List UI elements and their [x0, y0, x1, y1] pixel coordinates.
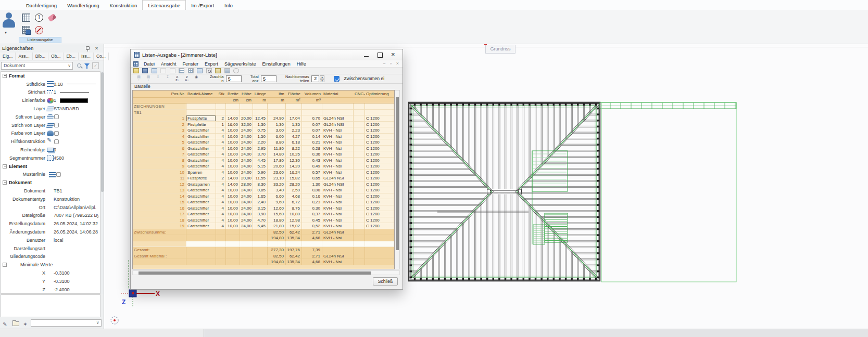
- minimize-button[interactable]: [360, 49, 373, 60]
- eraser-icon[interactable]: [47, 14, 56, 22]
- table-row[interactable]: 8Gratschifter410,0024,004,4517,8012,300,…: [133, 158, 394, 164]
- property-row[interactable]: Format: [1, 72, 100, 80]
- table-row[interactable]: 194,80135,344,68KVH - Nsi: [133, 259, 394, 265]
- table-row[interactable]: ZEICHNUNGEN: [133, 103, 394, 110]
- avatar-dropdown-icon[interactable]: ▾: [5, 30, 7, 35]
- property-control[interactable]: [54, 131, 59, 136]
- property-row[interactable]: Benutzer local: [1, 236, 100, 244]
- scrollbar-thumb[interactable]: [396, 97, 399, 250]
- panel-tab[interactable]: Ob...: [48, 53, 64, 60]
- table-row[interactable]: 18Gratschifter410,0024,004,7018,8012,980…: [133, 217, 394, 224]
- property-row[interactable]: Änderungsdatum 26.05.2024, 14:06:28: [1, 228, 100, 236]
- jump-icon[interactable]: ◉: [193, 75, 199, 82]
- table-row[interactable]: TB1: [133, 110, 394, 116]
- view-tab-grundriss[interactable]: Grundriss: [485, 45, 515, 54]
- property-row[interactable]: Y -0.3100: [1, 277, 100, 286]
- menu-item[interactable]: Ansicht: [158, 60, 180, 68]
- property-row[interactable]: X -0.3100: [1, 269, 100, 277]
- save-icon[interactable]: [142, 68, 148, 73]
- property-row[interactable]: Dokument TB1: [1, 187, 100, 195]
- property-row[interactable]: Strich von Layer: [1, 121, 100, 129]
- close-icon[interactable]: ✕: [94, 46, 99, 51]
- property-row[interactable]: Segmentnummer 4580: [1, 154, 100, 162]
- panel-scrollbar[interactable]: [101, 71, 104, 294]
- property-row[interactable]: Layer STANDARD: [1, 105, 100, 113]
- position-number-icon[interactable]: 1: [35, 14, 43, 22]
- collapse-toggle-icon[interactable]: [3, 164, 7, 168]
- table-row[interactable]: 19Gratschifter410,0024,005,4521,8015,020…: [133, 223, 394, 229]
- favorites-icon[interactable]: ✶: [22, 321, 29, 328]
- table-row[interactable]: 13Gratschifter410,0024,000,853,402,500,0…: [133, 187, 394, 193]
- panel-tab[interactable]: Eig...: [0, 53, 16, 60]
- open-file-icon[interactable]: [133, 68, 139, 73]
- table-row[interactable]: 3Gratschifter410,0024,000,753,002,230,07…: [133, 127, 394, 134]
- user-avatar-icon[interactable]: [3, 12, 15, 29]
- table-row[interactable]: Gesamt:277,30197,767,39: [133, 247, 394, 253]
- property-row[interactable]: Reihenfolge 0: [1, 146, 100, 154]
- grid-layout-icon[interactable]: [179, 68, 184, 73]
- apply-icon[interactable]: ✓: [92, 62, 99, 69]
- column-header[interactable]: Material: [322, 90, 354, 98]
- table-layout-icon[interactable]: [170, 68, 175, 73]
- property-row[interactable]: Erstellungsdatum 26.05.2024, 14:02:32: [1, 219, 100, 228]
- property-row[interactable]: Farbe von Layer: [1, 129, 100, 138]
- column-header[interactable]: lfm: [268, 90, 286, 98]
- search-icon[interactable]: [76, 62, 83, 69]
- table-row[interactable]: 14Gratschifter410,0024,001,656,604,680,1…: [133, 193, 394, 200]
- property-row[interactable]: Gliederungscode: [1, 253, 100, 261]
- total-anzahl-input[interactable]: [261, 75, 276, 82]
- panel-tab[interactable]: Bib...: [33, 53, 48, 60]
- group-up-icon[interactable]: ▤↑: [135, 75, 142, 82]
- table-row[interactable]: Gesamt Material :82,5062,422,71GL24h NSI: [133, 253, 394, 260]
- menu-tab[interactable]: Konstruktion: [105, 1, 143, 10]
- table-horizontal-scrollbar[interactable]: [132, 270, 400, 275]
- column-header[interactable]: Höhe: [240, 90, 253, 98]
- nachkommastellen-stepper[interactable]: 2 ▲ ▼: [311, 75, 324, 82]
- menu-item[interactable]: Hilfe: [294, 60, 309, 68]
- column-header[interactable]: Länge: [253, 90, 268, 98]
- table-row[interactable]: 5Gratschifter410,0024,002,208,806,180,21…: [133, 139, 394, 146]
- menu-tab[interactable]: Listenausgabe: [142, 0, 186, 10]
- property-row[interactable]: Ort C:\Data\Allplan\Allpl.: [1, 203, 100, 212]
- table-row[interactable]: 15Gratschifter410,0024,002,409,606,720,2…: [133, 199, 394, 205]
- maximize-button[interactable]: [373, 49, 387, 60]
- property-row[interactable]: Element: [1, 162, 100, 171]
- property-control[interactable]: [54, 123, 59, 127]
- menu-tab[interactable]: Info: [219, 1, 238, 10]
- table-row[interactable]: 6Gratschifter410,0024,002,9511,808,220,2…: [133, 146, 394, 152]
- menu-item[interactable]: Einstellungen: [259, 60, 294, 68]
- image-icon[interactable]: [197, 68, 203, 73]
- property-row[interactable]: Dateigröße 7807 KB (7995222 By: [1, 212, 100, 220]
- panel-tab[interactable]: Iss...: [79, 53, 94, 60]
- panel-tab[interactable]: Eb...: [64, 53, 78, 60]
- table-row[interactable]: 16Gratschifter410,0024,003,1512,608,760,…: [133, 205, 394, 212]
- collapse-toggle-icon[interactable]: [3, 263, 7, 267]
- table-row[interactable]: 17Gratschifter410,0024,003,9015,6010,800…: [133, 211, 394, 217]
- property-row[interactable]: Stift von Layer: [1, 113, 100, 121]
- document-icon[interactable]: [133, 61, 139, 67]
- settings-icon[interactable]: [215, 68, 221, 73]
- menu-tab[interactable]: Wandfertigung: [62, 1, 104, 10]
- filter-icon[interactable]: [84, 62, 91, 69]
- property-control[interactable]: [54, 114, 59, 119]
- column-header[interactable]: Volumen: [302, 90, 322, 98]
- table-row[interactable]: 9Gratschifter410,0024,005,1520,6014,200,…: [133, 163, 394, 170]
- list-layout-icon[interactable]: [160, 68, 166, 73]
- panel-tab[interactable]: Co...: [94, 53, 109, 60]
- collapse-toggle-icon[interactable]: [3, 74, 7, 78]
- folder-icon[interactable]: [12, 319, 19, 326]
- group-down-icon[interactable]: ▤↓: [145, 75, 152, 82]
- scrollbar-thumb[interactable]: [139, 271, 371, 275]
- menu-item[interactable]: Datei: [141, 60, 158, 68]
- column-header[interactable]: CNC-Nr.: [354, 90, 365, 98]
- column-header[interactable]: Bauteil-Name: [186, 90, 216, 98]
- table-row[interactable]: 4Gratschifter410,0024,001,506,004,270,14…: [133, 134, 394, 140]
- mdi-window-controls[interactable]: − ▫ ×: [383, 60, 400, 68]
- column-header[interactable]: Pos Nr.: [133, 90, 186, 98]
- column-header[interactable]: Optimierung: [365, 90, 394, 98]
- exclude-icon[interactable]: [35, 26, 43, 34]
- sort-desc-icon[interactable]: ZA↓: [184, 75, 190, 82]
- row-down-icon[interactable]: ↧: [165, 75, 171, 82]
- collapse-toggle-icon[interactable]: [3, 180, 7, 185]
- column-header[interactable]: Stk: [216, 90, 226, 98]
